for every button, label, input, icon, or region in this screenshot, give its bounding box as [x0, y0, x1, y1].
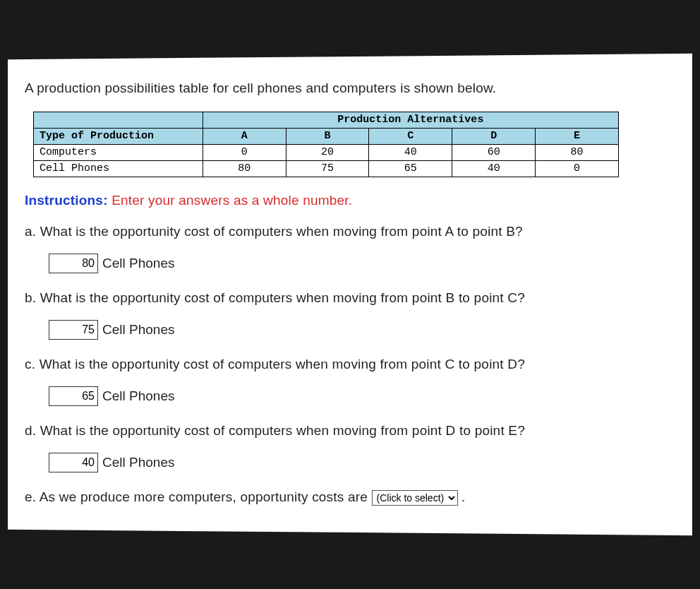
- table-row: Computers 0 20 40 60 80: [34, 145, 619, 161]
- answer-b-input[interactable]: [49, 320, 98, 340]
- answer-a-unit: Cell Phones: [102, 256, 174, 271]
- question-e: e. As we produce more computers, opportu…: [25, 489, 675, 506]
- answer-e-select[interactable]: (Click to select): [372, 490, 458, 506]
- answer-c-input[interactable]: [49, 386, 98, 406]
- question-d: d. What is the opportunity cost of compu…: [25, 423, 675, 439]
- question-e-prefix: e. As we produce more computers, opportu…: [25, 489, 372, 504]
- cell: 40: [452, 161, 536, 177]
- question-a: a. What is the opportunity cost of compu…: [25, 224, 675, 239]
- answer-a-input[interactable]: [49, 254, 98, 273]
- instructions: Instructions: Enter your answers as a wh…: [25, 193, 675, 208]
- cell: 75: [286, 161, 369, 177]
- question-c: c. What is the opportunity cost of compu…: [25, 357, 675, 372]
- answer-c-row: Cell Phones: [49, 386, 675, 406]
- table-col-D: D: [452, 129, 536, 145]
- worksheet-page: A production possibilities table for cel…: [8, 61, 692, 528]
- cell: 80: [536, 145, 619, 161]
- table-corner-blank: [34, 112, 203, 129]
- answer-a-row: Cell Phones: [49, 254, 675, 273]
- row-label-computers: Computers: [34, 145, 203, 161]
- answer-d-row: Cell Phones: [49, 453, 675, 472]
- instructions-text: Enter your answers as a whole number.: [111, 193, 352, 208]
- question-b: b. What is the opportunity cost of compu…: [25, 290, 675, 306]
- table-row: Cell Phones 80 75 65 40 0: [34, 161, 619, 177]
- cell: 40: [369, 145, 452, 161]
- cell: 0: [536, 161, 619, 177]
- table-col-A: A: [203, 129, 286, 145]
- table-type-header: Type of Production: [34, 129, 203, 145]
- cell: 60: [452, 145, 536, 161]
- table-col-E: E: [536, 129, 619, 145]
- cell: 65: [369, 161, 452, 177]
- table-col-C: C: [369, 129, 452, 145]
- table-col-B: B: [286, 129, 369, 145]
- instructions-label: Instructions:: [25, 193, 108, 208]
- answer-b-row: Cell Phones: [49, 320, 675, 340]
- answer-d-input[interactable]: [49, 453, 98, 472]
- answer-b-unit: Cell Phones: [102, 322, 174, 338]
- answer-c-unit: Cell Phones: [102, 388, 174, 404]
- answer-d-unit: Cell Phones: [102, 455, 174, 470]
- row-label-cellphones: Cell Phones: [34, 161, 203, 177]
- production-possibilities-table: Production Alternatives Type of Producti…: [33, 112, 619, 177]
- table-header-span: Production Alternatives: [203, 112, 618, 129]
- cell: 0: [203, 145, 286, 161]
- intro-text: A production possibilities table for cel…: [25, 81, 675, 96]
- question-e-suffix: .: [458, 489, 466, 504]
- cell: 80: [203, 161, 286, 177]
- cell: 20: [286, 145, 369, 161]
